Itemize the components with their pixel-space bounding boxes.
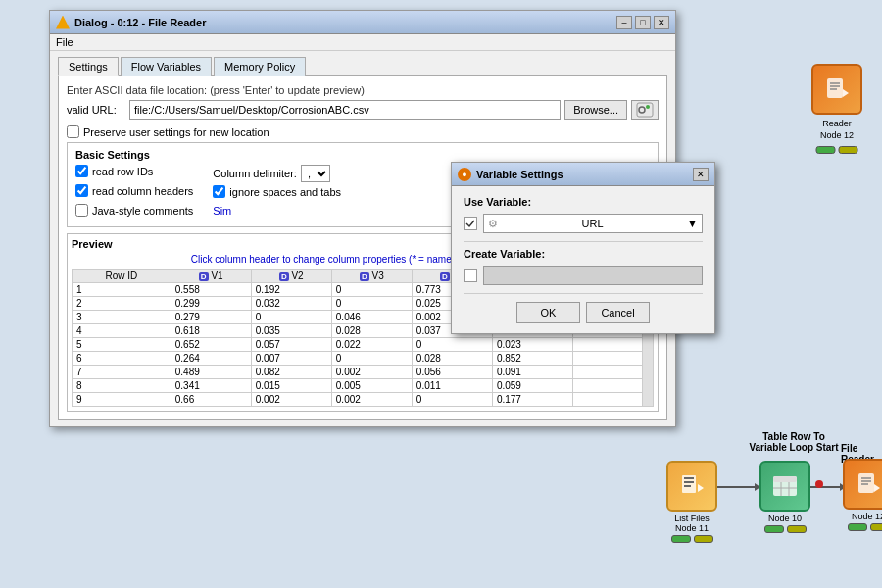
cell-5-3: 0: [331, 352, 412, 366]
browse-button[interactable]: Browse...: [564, 100, 627, 120]
svg-rect-8: [684, 485, 691, 487]
var-conn-dot: [815, 480, 823, 488]
cell-8-2: 0.002: [251, 393, 331, 407]
menu-bar: File: [50, 34, 675, 51]
file-reader-node[interactable]: [843, 459, 882, 510]
close-button[interactable]: ✕: [654, 16, 669, 29]
reader-icon: [823, 75, 851, 103]
minimize-button[interactable]: –: [616, 16, 632, 29]
col-header-rowid[interactable]: Row ID: [73, 270, 172, 283]
table-row-title-line2: Variable Loop Start: [745, 442, 843, 453]
cell-0-0: 1: [73, 283, 172, 297]
col-header-v3[interactable]: D V3: [331, 270, 412, 283]
url-input[interactable]: [129, 100, 561, 120]
table-row-icon: [771, 472, 799, 500]
url-label: valid URL:: [67, 104, 125, 116]
cell-6-2: 0.082: [251, 366, 331, 379]
preserve-checkbox[interactable]: [67, 125, 79, 138]
col-header-v1[interactable]: D V1: [171, 270, 251, 283]
variable-settings-dialog: ● Variable Settings ✕ Use Variable: ⚙ UR…: [451, 162, 715, 334]
create-variable-input[interactable]: [483, 266, 703, 285]
titlebar-buttons: – □ ✕: [616, 16, 669, 29]
var-dialog-buttons: OK Cancel: [464, 302, 703, 323]
node-reader-top-label: Reader: [822, 119, 852, 128]
var-divider-2: [464, 293, 703, 294]
list-files-port: [671, 535, 691, 543]
cell-1-2: 0.032: [251, 297, 331, 311]
node-reader-top-group: Reader Node 12: [811, 64, 862, 115]
file-reader-sublabel: Node 12: [843, 512, 882, 521]
table-row-title-line1: Table Row To: [745, 431, 843, 442]
node-reader-top[interactable]: [811, 64, 862, 115]
url-icon-button[interactable]: [631, 100, 659, 120]
var-divider: [464, 241, 703, 242]
cell-7-5: 0.059: [492, 379, 572, 393]
url-select-box[interactable]: ⚙ URL ▼: [483, 214, 703, 233]
table-row: 60.2640.00700.0280.852: [73, 352, 654, 366]
ignore-spaces-checkbox[interactable]: [213, 185, 225, 198]
read-col-headers-checkbox[interactable]: [75, 184, 88, 197]
type-icon-v2: D: [279, 272, 289, 281]
port-green: [816, 146, 836, 154]
var-close-button[interactable]: ✕: [693, 168, 709, 181]
cell-1-1: 0.299: [171, 297, 251, 311]
cell-2-3: 0.046: [331, 311, 412, 324]
tab-settings[interactable]: Settings: [58, 57, 119, 76]
table-row: 80.3410.0150.0050.0110.059: [73, 379, 654, 393]
cancel-button[interactable]: Cancel: [586, 302, 650, 323]
preserve-label: Preserve user settings for new location: [83, 126, 270, 138]
read-col-headers-label: read column headers: [92, 185, 193, 197]
use-variable-title: Use Variable:: [464, 196, 703, 208]
list-files-node[interactable]: [666, 461, 717, 512]
table-row-node[interactable]: [760, 461, 810, 512]
svg-rect-6: [684, 477, 694, 479]
tab-flow-variables[interactable]: Flow Variables: [121, 57, 212, 76]
list-files-group: List Files Node 11: [666, 461, 717, 543]
cell-0-3: 0: [331, 283, 412, 297]
cell-6-4: 0.056: [412, 366, 492, 379]
file-menu[interactable]: File: [56, 36, 74, 48]
link-icon: [636, 102, 654, 118]
cell-3-2: 0.035: [251, 324, 331, 338]
svg-marker-4: [843, 89, 849, 97]
table-row-node-title: Table Row To Variable Loop Start: [745, 431, 843, 453]
cell-4-5: 0.023: [492, 338, 572, 352]
url-row: valid URL: Browse...: [67, 100, 659, 120]
table-row-sublabel: Node 10: [760, 514, 810, 523]
url-select-arrow: ▼: [687, 218, 698, 229]
use-variable-row: ⚙ URL ▼: [464, 214, 703, 233]
ok-button[interactable]: OK: [516, 302, 580, 323]
cell-3-3: 0.028: [331, 324, 412, 338]
cell-8-0: 9: [73, 393, 172, 407]
cell-7-1: 0.341: [171, 379, 251, 393]
sim-link[interactable]: Sim: [213, 205, 341, 217]
preserve-row: Preserve user settings for new location: [67, 125, 659, 138]
file-reader-icon: [855, 470, 882, 498]
create-variable-checkbox[interactable]: [464, 269, 477, 282]
col-header-v2[interactable]: D V2: [251, 270, 331, 283]
tab-memory-policy[interactable]: Memory Policy: [214, 57, 306, 76]
cell-6-5: 0.091: [492, 366, 572, 379]
use-variable-checkbox[interactable]: [464, 217, 477, 230]
read-row-ids-row: read row IDs: [75, 165, 193, 177]
table-row: 50.6520.0570.02200.023: [73, 338, 654, 352]
delimiter-select[interactable]: ,: [301, 165, 330, 182]
cell-5-1: 0.264: [171, 352, 251, 366]
java-comments-row: Java-style comments: [75, 204, 193, 217]
arrow-lf-tr: [717, 486, 757, 488]
var-dialog-title: ● Variable Settings: [458, 168, 564, 181]
svg-rect-15: [858, 473, 874, 493]
table-row-group: Node 10: [760, 461, 810, 533]
settings-col-right: Column delimiter: , ignore spaces and ta…: [213, 165, 341, 217]
java-comments-checkbox[interactable]: [75, 204, 88, 217]
create-variable-title: Create Variable:: [464, 248, 703, 260]
svg-rect-7: [684, 481, 694, 483]
list-files-port2: [694, 535, 713, 543]
read-row-ids-checkbox[interactable]: [75, 165, 88, 177]
cell-5-2: 0.007: [251, 352, 331, 366]
list-files-sublabel: Node 11: [666, 523, 717, 533]
maximize-button[interactable]: □: [635, 16, 651, 29]
cell-3-1: 0.618: [171, 324, 251, 338]
cell-8-3: 0.002: [331, 393, 412, 407]
cell-4-4: 0: [412, 338, 492, 352]
